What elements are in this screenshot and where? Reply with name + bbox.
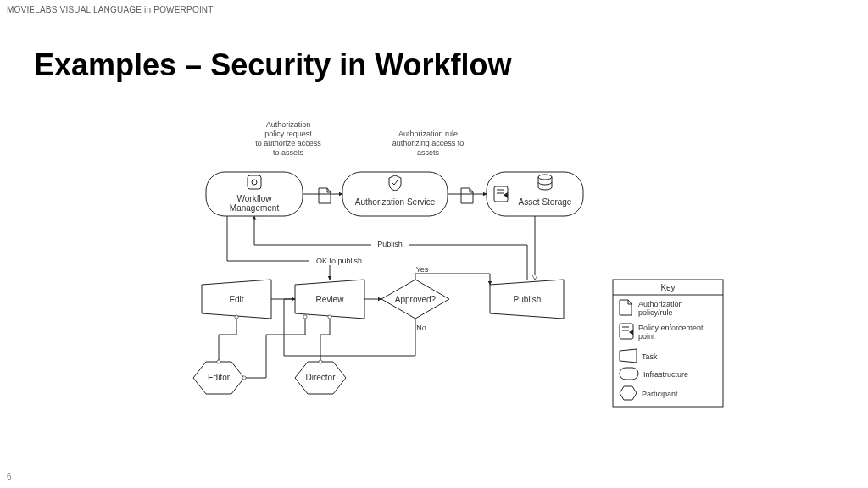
svg-text:Authorization rule: Authorization rule: [398, 130, 458, 138]
workflow-diagram: Authorization policy request to authoriz…: [0, 110, 868, 466]
policy-doc-icon: [319, 188, 331, 203]
gear-icon: [248, 175, 261, 189]
legend-title: Key: [660, 283, 675, 292]
svg-text:Asset Storage: Asset Storage: [519, 197, 572, 207]
edge-editor-to-review: [244, 317, 305, 378]
svg-text:Participant: Participant: [642, 390, 678, 398]
page-title: Examples – Security in Workflow: [34, 47, 512, 83]
svg-text:assets: assets: [417, 148, 440, 157]
svg-text:Director: Director: [305, 373, 336, 382]
shield-check-icon: [389, 175, 401, 191]
svg-text:Review: Review: [316, 295, 345, 304]
svg-text:Infrastructure: Infrastructure: [643, 370, 688, 379]
node-review: Review: [295, 280, 364, 319]
annotation-auth-rule: Authorization rule authorizing access to…: [392, 130, 465, 157]
svg-text:Approved?: Approved?: [395, 295, 437, 304]
node-edit: Edit: [202, 280, 271, 319]
svg-text:policy request: policy request: [264, 130, 312, 138]
svg-text:Publish: Publish: [514, 295, 542, 304]
node-editor: Editor: [193, 362, 244, 394]
label-yes: Yes: [416, 265, 429, 274]
svg-text:Authorization Service: Authorization Service: [355, 197, 436, 207]
svg-point-16: [538, 175, 552, 180]
page-number: 6: [7, 472, 12, 481]
label-publish: Publish: [377, 240, 403, 248]
edge-editor-to-edit: [219, 317, 236, 362]
svg-text:policy/rule: policy/rule: [638, 308, 673, 317]
svg-text:Edit: Edit: [229, 295, 243, 304]
node-director: Director: [295, 362, 346, 394]
svg-rect-35: [620, 368, 638, 380]
svg-text:Management: Management: [230, 203, 280, 213]
svg-text:to assets: to assets: [273, 148, 304, 157]
header-small: MOVIELABS VISUAL LANGUAGE in POWERPOINT: [7, 5, 214, 14]
node-approved: Approved?: [381, 280, 449, 319]
annotation-auth-policy-request: Authorization policy request to authoriz…: [255, 120, 321, 157]
pep-icon: [494, 186, 508, 202]
label-ok-to-publish: OK to publish: [316, 257, 362, 265]
svg-text:point: point: [638, 332, 655, 341]
node-publish: Publish: [490, 280, 564, 319]
legend: Key Authorization policy/rule Policy enf…: [613, 280, 723, 407]
edge-yes: [415, 274, 490, 285]
svg-text:Policy enforcement: Policy enforcement: [638, 324, 704, 332]
svg-text:Editor: Editor: [208, 373, 231, 382]
policy-doc-icon: [461, 188, 473, 203]
svg-text:to authorize access: to authorize access: [255, 139, 321, 147]
svg-text:Authorization: Authorization: [266, 120, 311, 129]
node-workflow-management: Workflow Management: [206, 172, 303, 216]
svg-text:Task: Task: [642, 352, 658, 361]
svg-text:Workflow: Workflow: [237, 194, 273, 203]
legend-row-infrastructure: Infrastructure: [620, 368, 688, 380]
svg-text:authorizing access to: authorizing access to: [392, 139, 465, 147]
edge-director-to-review: [320, 317, 330, 362]
svg-text:Authorization: Authorization: [638, 300, 683, 308]
edge-ok-to-publish: [227, 216, 330, 280]
svg-point-10: [252, 180, 257, 185]
label-no: No: [416, 324, 426, 332]
node-authorization-service: Authorization Service: [342, 172, 448, 216]
